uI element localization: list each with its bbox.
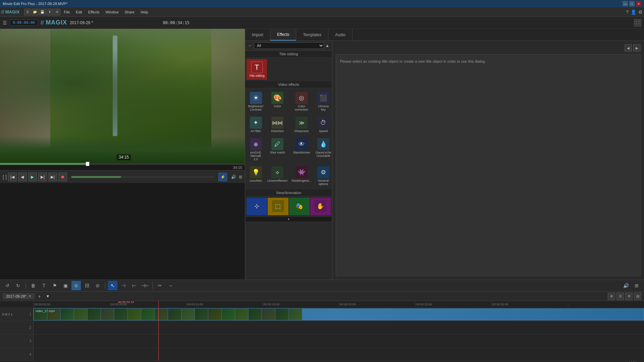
unlink-button[interactable]: ⊘ [93, 281, 102, 290]
user-icon[interactable]: 👤 [631, 9, 636, 15]
close-button[interactable]: ✕ [636, 1, 641, 6]
effect-prodad[interactable]: ⊕ proDAD Mercalli 2.0 [247, 136, 265, 163]
tab-arrow[interactable]: ▼ [46, 294, 50, 299]
speaker-out-button[interactable]: ⊞ [632, 281, 641, 290]
track-row-3[interactable] [34, 335, 644, 348]
scroll-left-button[interactable]: ◀ [1, 361, 4, 362]
minimize-button[interactable]: — [623, 1, 628, 6]
effect-stansformen[interactable]: 👁 Stansformen [290, 136, 313, 163]
group-button[interactable]: ▣ [61, 281, 70, 290]
color-correction-icon: ◎ [296, 92, 308, 104]
help-icon[interactable]: ? [626, 9, 629, 15]
stretch-button[interactable]: ↔ [166, 281, 175, 290]
effect-general-options[interactable]: ⚙ General options [314, 164, 332, 188]
nav-next-button[interactable]: ▶ [633, 44, 641, 52]
effect-leuchten[interactable]: 💡 Leuchten [247, 164, 265, 188]
preview-progress-bar[interactable] [0, 163, 245, 165]
effect-anim4[interactable]: ✋ [310, 198, 331, 215]
effects-scroll-down[interactable]: ▼ [245, 217, 332, 222]
tab-templates[interactable]: Templates [296, 29, 328, 41]
go-to-start-button[interactable]: |◀ [8, 173, 17, 181]
select-tool-button[interactable]: ↖ [108, 281, 117, 290]
preview-scrubber[interactable] [86, 162, 89, 166]
add-tab-button[interactable]: + [36, 293, 43, 300]
hamburger-menu[interactable]: ☰ [3, 20, 7, 25]
effect-gausssche[interactable]: 💧 Gauss'sche Unschärfe [314, 136, 332, 163]
effect-art-filter[interactable]: ✦ Art filter [247, 114, 265, 135]
magnetic-button[interactable]: ⊕ [71, 281, 81, 290]
nav-prev-button[interactable]: ◀ [625, 44, 632, 52]
effect-chroma-key[interactable]: ⬛ Chroma key [314, 89, 332, 114]
effect-color-correction[interactable]: ◎ Color correction [290, 89, 313, 114]
tab-effects[interactable]: Effects [270, 29, 296, 41]
volume-tool-button[interactable]: 🔊 [621, 281, 631, 290]
effect-speed[interactable]: ⏱ Speed [314, 114, 332, 135]
preview-timeline-bar[interactable] [71, 176, 214, 178]
menu-help[interactable]: Help [138, 9, 151, 15]
razor-button[interactable]: ✂ [155, 281, 165, 290]
tl-grid-view[interactable]: ⊞ [608, 293, 615, 300]
menu-window[interactable]: Window [103, 9, 121, 15]
delete-button[interactable]: 🗑 [29, 281, 38, 290]
record-button[interactable]: ⏺ [58, 173, 67, 181]
volume-icon[interactable]: 🔊 [231, 175, 236, 179]
trim-tool-button[interactable]: ⊣ [119, 281, 128, 290]
effect-sharpness[interactable]: ≫ Sharpness [290, 114, 313, 135]
project-tab-close[interactable]: ✕ [29, 294, 31, 298]
slip-tool-button[interactable]: ⊣⊢ [140, 281, 150, 290]
menu-icon-1[interactable]: ☰ [24, 9, 31, 15]
project-tab[interactable]: 2017-09-28* ✕ [3, 293, 35, 299]
track-row-1[interactable]: Video_17.mp4 [34, 308, 644, 321]
effect-anim2[interactable]: ⬚ [268, 198, 288, 215]
effect-shot-match[interactable]: 🖊 Shot match [266, 136, 289, 163]
window-controls[interactable]: — □ ✕ [623, 1, 641, 6]
next-frame-button[interactable]: ▶| [38, 173, 47, 181]
menu-file[interactable]: File [61, 9, 72, 15]
play-button[interactable]: ▶ [28, 173, 37, 181]
back-button[interactable]: ← [248, 43, 253, 48]
effect-distortion[interactable]: ⋈⋈ Distortion [266, 114, 289, 135]
tl-list-view[interactable]: ☰ [616, 293, 624, 300]
undo-button[interactable]: ↺ [3, 281, 12, 290]
effect-color[interactable]: 🎨 Color [266, 89, 289, 114]
redo-button[interactable]: ↻ [13, 281, 23, 290]
go-to-end-button[interactable]: ▶| [48, 173, 57, 181]
scroll-right-button[interactable]: ▶ [618, 361, 621, 362]
mark-in-button[interactable]: [ [3, 174, 4, 180]
maximize-button[interactable]: □ [629, 1, 635, 6]
video-clip-1[interactable]: Video_17.mp4 [34, 308, 644, 320]
menu-edit[interactable]: Edit [73, 9, 85, 15]
link-button[interactable]: ⛓ [82, 281, 92, 290]
menu-icon-folder[interactable]: 📁 [32, 9, 38, 15]
effect-anim3[interactable]: 🎭 [289, 198, 310, 215]
effect-title-editing[interactable]: T Title editing [247, 59, 267, 80]
tab-audio[interactable]: Audio [328, 29, 353, 41]
track-row-4[interactable] [34, 348, 644, 361]
menu-effects[interactable]: Effects [86, 9, 102, 15]
menu-icon-export[interactable]: ⬆ [46, 9, 53, 15]
prev-frame-button[interactable]: ◀ [18, 173, 27, 181]
scroll-up-icon[interactable]: ▲ [325, 43, 329, 48]
mark-out-button[interactable]: ] [5, 174, 7, 180]
menu-share[interactable]: Share [122, 9, 137, 15]
speaker-icon[interactable]: ⊞ [239, 175, 242, 179]
timecode-left[interactable]: 0:00:00:00 [10, 19, 38, 26]
track-row-2[interactable] [34, 321, 644, 335]
playhead-marker[interactable] [158, 301, 159, 307]
title-tool-button[interactable]: T [39, 281, 49, 290]
split-tool-button[interactable]: ⊢ [129, 281, 139, 290]
tl-settings[interactable]: ⚙ [625, 293, 633, 300]
menu-icon-save[interactable]: 💾 [39, 9, 46, 15]
tab-import[interactable]: Import [245, 29, 270, 41]
effects-filter-dropdown[interactable]: All Video effects Audio effects [254, 42, 324, 49]
menu-icon-settings[interactable]: ⚙ [54, 9, 60, 15]
effect-linsenreflexion[interactable]: ⟡ Linsenreflexion [266, 164, 289, 188]
tl-tracks[interactable]: ▤ [634, 293, 641, 300]
flash-button[interactable]: ⚡ [218, 173, 227, 181]
effect-maskengene[interactable]: 👾 Maskengene... [290, 164, 313, 188]
marker-button[interactable]: ⚑ [50, 281, 59, 290]
settings-icon[interactable]: ⚙ [638, 9, 643, 15]
fullscreen-button[interactable]: ⛶ [634, 19, 641, 26]
effect-anim1[interactable]: ⊹ [247, 198, 267, 215]
effect-brightness-contrast[interactable]: ☀ Brightness/ Contrast [247, 89, 265, 114]
